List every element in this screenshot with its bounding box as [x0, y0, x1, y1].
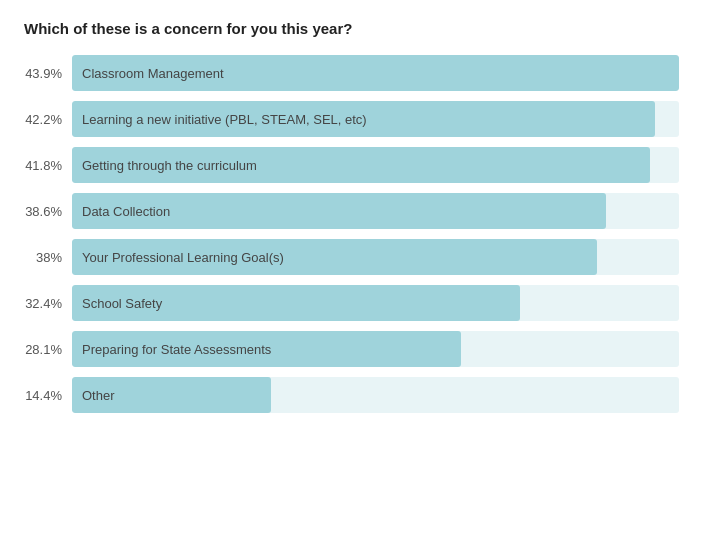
bar-label: Preparing for State Assessments	[82, 342, 271, 357]
chart-title: Which of these is a concern for you this…	[24, 20, 679, 37]
bar-percentage: 38.6%	[24, 204, 72, 219]
bar-track: Learning a new initiative (PBL, STEAM, S…	[72, 101, 679, 137]
bar-row: 14.4%Other	[24, 377, 679, 413]
bar-percentage: 32.4%	[24, 296, 72, 311]
bar-track: School Safety	[72, 285, 679, 321]
bar-percentage: 43.9%	[24, 66, 72, 81]
chart-container: Which of these is a concern for you this…	[24, 20, 679, 413]
bar-percentage: 14.4%	[24, 388, 72, 403]
bar-label: Classroom Management	[82, 66, 224, 81]
bar-label: Data Collection	[82, 204, 170, 219]
bar-row: 38%Your Professional Learning Goal(s)	[24, 239, 679, 275]
bar-row: 43.9%Classroom Management	[24, 55, 679, 91]
bar-percentage: 41.8%	[24, 158, 72, 173]
bar-row: 38.6%Data Collection	[24, 193, 679, 229]
bar-track: Other	[72, 377, 679, 413]
bar-track: Getting through the curriculum	[72, 147, 679, 183]
bar-track: Preparing for State Assessments	[72, 331, 679, 367]
bar-label: School Safety	[82, 296, 162, 311]
bar-row: 41.8%Getting through the curriculum	[24, 147, 679, 183]
bar-row: 28.1%Preparing for State Assessments	[24, 331, 679, 367]
bar-percentage: 42.2%	[24, 112, 72, 127]
bar-chart: 43.9%Classroom Management42.2%Learning a…	[24, 55, 679, 413]
bar-label: Getting through the curriculum	[82, 158, 257, 173]
bar-track: Your Professional Learning Goal(s)	[72, 239, 679, 275]
bar-track: Data Collection	[72, 193, 679, 229]
bar-row: 32.4%School Safety	[24, 285, 679, 321]
bar-percentage: 28.1%	[24, 342, 72, 357]
bar-percentage: 38%	[24, 250, 72, 265]
bar-label: Other	[82, 388, 115, 403]
bar-track: Classroom Management	[72, 55, 679, 91]
bar-label: Learning a new initiative (PBL, STEAM, S…	[82, 112, 367, 127]
bar-label: Your Professional Learning Goal(s)	[82, 250, 284, 265]
bar-row: 42.2%Learning a new initiative (PBL, STE…	[24, 101, 679, 137]
